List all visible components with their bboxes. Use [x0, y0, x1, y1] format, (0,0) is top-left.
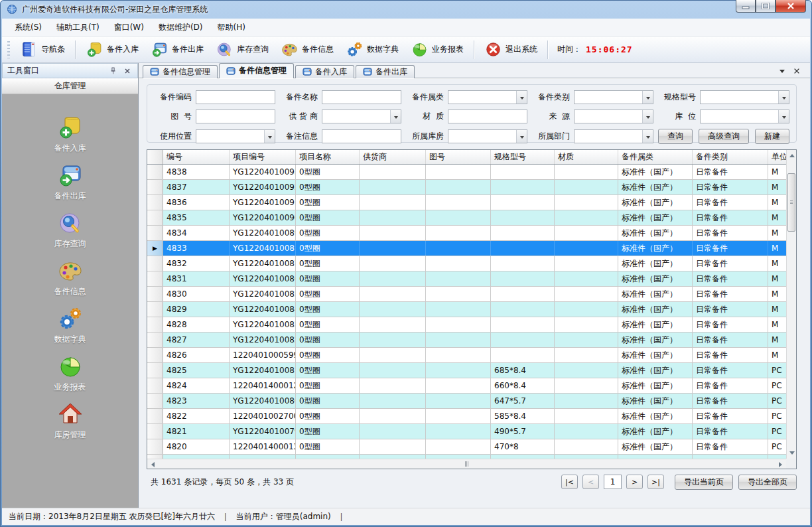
table-row[interactable]: 4831YG122040100860型圈标准件（国产）日常备件M	[147, 271, 786, 287]
table-row[interactable]: 4823YG122040100800型圈647*5.7标准件（国产）日常备件PC	[147, 394, 786, 409]
row-selector[interactable]	[147, 210, 163, 225]
column-header[interactable]: 备件类别	[693, 150, 768, 164]
pin-button[interactable]	[107, 66, 118, 76]
table-row[interactable]: 4836YG122040100910型圈标准件（国产）日常备件M	[147, 195, 786, 210]
vertical-scroll-track[interactable]	[787, 160, 796, 449]
chevron-down-icon[interactable]	[778, 91, 789, 104]
first-page-button[interactable]: |<	[561, 475, 578, 489]
table-row[interactable]: 4825YG122040100810型圈685*8.4标准件（国产）日常备件PC	[147, 363, 786, 378]
sidebar-item-data-dictionary[interactable]: 数据字典	[27, 305, 113, 345]
menu-item-system[interactable]: 系统(S)	[7, 19, 49, 37]
remark-input[interactable]	[322, 129, 401, 143]
row-selector[interactable]	[147, 271, 163, 286]
row-selector[interactable]	[147, 409, 163, 423]
row-selector[interactable]	[147, 378, 163, 393]
row-selector[interactable]	[147, 195, 163, 210]
sidebar-item-inventory-search[interactable]: 库存查询	[27, 210, 113, 250]
export-all-pages-button[interactable]: 导出全部页	[738, 475, 797, 490]
location-combobox[interactable]	[700, 110, 789, 123]
chevron-down-icon[interactable]	[390, 110, 401, 123]
previous-page-button[interactable]: <	[582, 475, 599, 489]
table-row[interactable]: 4829YG122040100840型圈标准件（国产）日常备件M	[147, 302, 786, 317]
row-selector[interactable]	[147, 317, 163, 332]
table-row[interactable]: 482612204010005990型圈标准件（国产）日常备件M	[147, 348, 786, 363]
row-selector[interactable]	[147, 165, 163, 179]
table-row[interactable]: 482212204010027000型圈585*8.4标准件（国产）日常备件PC	[147, 409, 786, 424]
sidebar-close-button[interactable]	[122, 66, 133, 76]
toolbar-button-data-dictionary[interactable]: 数据字典	[340, 38, 405, 60]
tab-list-dropdown-icon[interactable]	[779, 70, 785, 76]
menu-item-window[interactable]: 窗口(W)	[107, 19, 151, 37]
sidebar-item-stock-out[interactable]: 备件出库	[27, 162, 113, 202]
department-combobox[interactable]	[574, 129, 653, 143]
menu-item-help[interactable]: 帮助(H)	[210, 19, 253, 37]
row-selector[interactable]	[147, 226, 163, 240]
toolbar-button-exit-system[interactable]: 退出系统	[478, 38, 543, 60]
column-header[interactable]: 项目编号	[230, 150, 296, 164]
chevron-down-icon[interactable]	[642, 91, 653, 104]
drawing-no-input[interactable]	[196, 110, 275, 123]
table-row[interactable]: 4835YG122040100900型圈标准件（国产）日常备件M	[147, 210, 786, 226]
row-selector[interactable]: ▶	[147, 241, 163, 256]
warehouse-combobox[interactable]	[448, 129, 527, 143]
material-input[interactable]	[448, 110, 527, 123]
toolbar-button-parts-info[interactable]: 备件信息	[275, 38, 340, 60]
column-header[interactable]: 项目名称	[296, 150, 360, 164]
toolbar-grip[interactable]	[7, 41, 10, 58]
sidebar-item-warehouse-management[interactable]: 库房管理	[27, 401, 113, 441]
usage-position-combobox[interactable]	[196, 129, 275, 143]
row-selector[interactable]	[147, 333, 163, 347]
chevron-down-icon[interactable]	[516, 91, 527, 104]
table-row[interactable]: 4832YG122040100870型圈标准件（国产）日常备件M	[147, 256, 786, 271]
part-name-input[interactable]	[322, 90, 401, 104]
tab-parts-info-mgmt-1[interactable]: 备件信息管理	[143, 65, 218, 78]
scroll-down-button[interactable]	[787, 449, 797, 459]
table-row[interactable]: 482412204014000120型圈660*8.4标准件（国产）日常备件PC	[147, 378, 786, 394]
horizontal-scroll-track[interactable]	[157, 459, 776, 469]
column-header[interactable]: 供货商	[360, 150, 426, 164]
query-button[interactable]: 查询	[658, 129, 693, 144]
table-row[interactable]: 4838YG122040100930型圈标准件（国产）日常备件M	[147, 165, 786, 180]
table-row[interactable]: ▶4833YG122040100880型圈标准件（国产）日常备件M	[147, 241, 786, 256]
menu-item-data-maintenance[interactable]: 数据维护(D)	[151, 19, 210, 37]
page-number-box[interactable]: 1	[604, 475, 622, 489]
column-header[interactable]: 材质	[555, 150, 618, 164]
tab-close-icon[interactable]	[793, 67, 801, 75]
part-class-combobox[interactable]	[574, 90, 653, 104]
part-code-input[interactable]	[196, 90, 275, 104]
vertical-scroll-thumb[interactable]	[787, 173, 795, 232]
table-row[interactable]: 4830YG122040100850型圈标准件（国产）日常备件M	[147, 287, 786, 302]
minimize-button[interactable]	[736, 0, 756, 13]
column-header[interactable]: 备件属类	[618, 150, 693, 164]
spec-model-combobox[interactable]	[700, 90, 789, 104]
export-current-page-button[interactable]: 导出当前页	[675, 475, 733, 490]
row-selector[interactable]	[147, 394, 163, 408]
sidebar-group-header[interactable]: 仓库管理	[2, 78, 138, 94]
title-bar[interactable]: 广州爱奇迪软件科技有限公司-深田之星仓库管理系统	[0, 0, 812, 19]
scroll-right-button[interactable]	[776, 459, 786, 469]
column-header[interactable]: 编号	[163, 150, 230, 164]
horizontal-scrollbar[interactable]	[147, 459, 786, 469]
row-selector[interactable]	[147, 348, 163, 362]
sidebar-item-stock-in[interactable]: 备件入库	[27, 114, 113, 154]
next-page-button[interactable]: >	[626, 475, 643, 489]
advanced-query-button[interactable]: 高级查询	[699, 129, 749, 144]
vertical-scrollbar[interactable]	[786, 150, 796, 459]
scroll-up-button[interactable]	[787, 150, 797, 160]
chevron-down-icon[interactable]	[516, 130, 527, 143]
close-button[interactable]	[776, 0, 806, 13]
toolbar-button-nav-bar[interactable]: 导航条	[14, 38, 71, 60]
chevron-down-icon[interactable]	[642, 130, 653, 143]
column-header[interactable]: 规格型号	[491, 150, 555, 164]
row-selector[interactable]	[147, 302, 163, 317]
column-header[interactable]: 单位	[768, 150, 786, 164]
row-selector[interactable]	[147, 363, 163, 378]
last-page-button[interactable]: >|	[647, 475, 664, 489]
chevron-down-icon[interactable]	[778, 110, 789, 123]
new-button[interactable]: 新建	[755, 129, 789, 144]
table-row[interactable]: 4828YG122040100830型圈标准件（国产）日常备件M	[147, 317, 786, 333]
toolbar-button-stock-out[interactable]: 备件出库	[145, 38, 210, 60]
tab-parts-info-mgmt-2[interactable]: 备件信息管理	[219, 63, 294, 78]
sidebar-item-business-report[interactable]: 业务报表	[27, 353, 113, 393]
source-combobox[interactable]	[574, 110, 653, 123]
